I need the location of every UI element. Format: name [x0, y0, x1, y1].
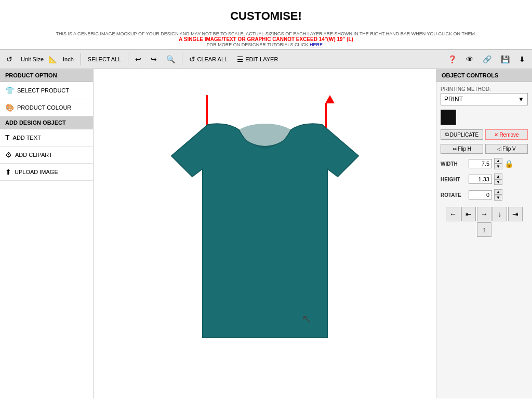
color-swatch[interactable]	[441, 110, 456, 125]
select-product-item[interactable]: 👕 SELECT PRODUCT	[0, 82, 93, 99]
flip-v-button[interactable]: ◁ Flip V	[485, 144, 528, 154]
preview-button[interactable]: 👁	[462, 53, 477, 65]
undo-button[interactable]: ↩	[131, 53, 145, 65]
printing-method-label: PRINTING METHOD:	[441, 86, 528, 92]
tshirt-icon: 👕	[5, 86, 14, 95]
height-input[interactable]	[469, 175, 492, 184]
ruler-icon: 📐	[49, 56, 57, 63]
edit-layer-button[interactable]: ☰ EDIT LAYER	[233, 53, 282, 65]
dropdown-icon: ▼	[518, 96, 524, 103]
inch-label[interactable]: Inch	[59, 54, 77, 64]
add-clipart-item[interactable]: ⚙ ADD CLIPART	[0, 147, 93, 164]
width-increment[interactable]: ▲	[494, 158, 502, 164]
rotate-decrement[interactable]: ▼	[494, 195, 502, 201]
info-line3: FOR MORE ON DESIGNER TUTORIALS CLICK HER…	[0, 42, 532, 47]
object-controls-header: OBJECT CONTROLS	[436, 69, 532, 82]
clear-all-button[interactable]: ↺ CLEAR ALL	[185, 53, 231, 65]
remove-button[interactable]: ✕ Remove	[485, 129, 528, 140]
select-all-button[interactable]: SELECT ALL	[84, 54, 125, 64]
page-title: CUSTOMISE!	[0, 0, 532, 28]
clipart-icon: ⚙	[5, 151, 12, 159]
main-area: PRODUCT OPTION 👕 SELECT PRODUCT 🎨 PRODUC…	[0, 69, 532, 398]
save-button[interactable]: 💾	[497, 53, 513, 65]
move-right-button[interactable]: →	[477, 207, 491, 221]
right-panel: OBJECT CONTROLS PRINTING METHOD: PRINT ▼…	[436, 69, 532, 398]
rotate-increment[interactable]: ▲	[494, 189, 502, 195]
add-text-item[interactable]: T ADD TEXT	[0, 129, 93, 147]
lock-icon[interactable]: 🔒	[504, 159, 513, 168]
flip-v-icon: ◁	[497, 146, 501, 152]
text-icon: T	[5, 134, 10, 142]
rotate-label: ROTATE	[441, 192, 467, 198]
unit-size-label: Unit Size	[18, 55, 47, 64]
flip-h-button[interactable]: ⇔ Flip H	[441, 144, 483, 154]
here-link[interactable]: HERE	[310, 42, 323, 47]
move-left-button[interactable]: ←	[446, 207, 460, 221]
move-left-edge-button[interactable]: ⇤	[461, 207, 476, 221]
product-option-header: PRODUCT OPTION	[0, 69, 93, 82]
left-panel: PRODUCT OPTION 👕 SELECT PRODUCT 🎨 PRODUC…	[0, 69, 94, 398]
rotate-icon: ↺	[3, 54, 16, 65]
flip-h-icon: ⇔	[453, 146, 457, 152]
tshirt-canvas[interactable]	[156, 109, 374, 358]
add-design-header: ADD DESIGN OBJECT	[0, 116, 93, 129]
share-button[interactable]: 🔗	[479, 53, 495, 65]
height-decrement[interactable]: ▼	[494, 179, 502, 185]
width-label: WIDTH	[441, 161, 467, 167]
height-increment[interactable]: ▲	[494, 174, 502, 179]
upload-icon: ⬆	[5, 168, 11, 176]
redo-button[interactable]: ↪	[147, 53, 161, 65]
upload-image-item[interactable]: ⬆ UPLOAD IMAGE	[0, 164, 93, 181]
move-down-button[interactable]: ↓	[493, 207, 507, 221]
toolbar: ↺ Unit Size 📐 Inch SELECT ALL ↩ ↪ 🔍 ↺ CL…	[0, 49, 532, 69]
download-button[interactable]: ⬇	[515, 53, 529, 65]
info-bar: THIS IS A GENERIC IMAGE MOCKUP OF YOUR D…	[0, 28, 532, 49]
rotate-input[interactable]	[469, 190, 492, 200]
canvas-area[interactable]: ↖	[94, 69, 436, 398]
duplicate-icon: ⧉	[445, 131, 449, 138]
info-line1: THIS IS A GENERIC IMAGE MOCKUP OF YOUR D…	[0, 31, 532, 36]
width-input[interactable]	[469, 159, 492, 168]
help-button[interactable]: ❓	[444, 53, 460, 65]
product-colour-item[interactable]: 🎨 PRODUCT COLOUR	[0, 99, 93, 116]
duplicate-button[interactable]: ⧉ DUPLICATE	[441, 129, 483, 140]
colour-icon: 🎨	[5, 103, 14, 112]
print-method-select[interactable]: PRINT ▼	[441, 93, 528, 105]
remove-icon: ✕	[494, 132, 498, 138]
width-decrement[interactable]: ▼	[494, 164, 502, 169]
info-line2: A SINGLE IMAGE/TEXT OR GRAPHIC CANNOT EX…	[0, 36, 532, 42]
move-up-button[interactable]: ↑	[477, 222, 491, 237]
zoom-button[interactable]: 🔍	[163, 53, 179, 65]
move-right-edge-button[interactable]: ⇥	[508, 207, 523, 221]
nav-arrows-row: ← ⇤ → ↓ ⇥ ↑	[441, 205, 528, 237]
height-label: HEIGHT	[441, 177, 467, 182]
